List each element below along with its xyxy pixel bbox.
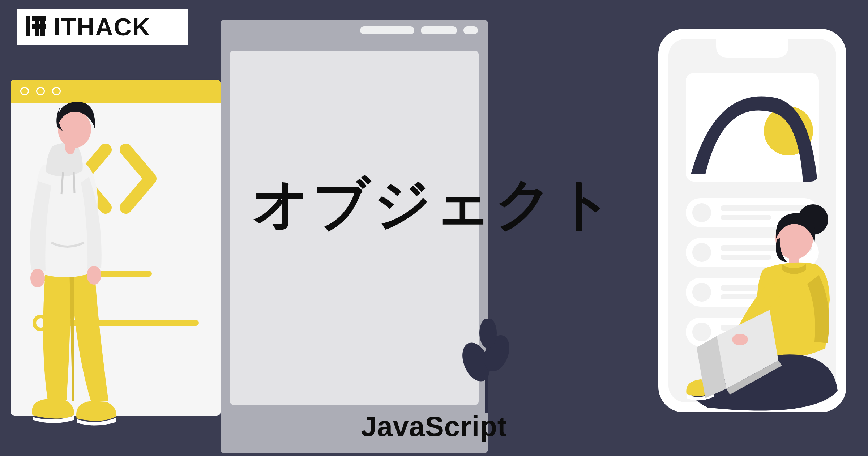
page-title: オブジェクト [0,166,868,242]
plant-icon [459,319,513,413]
ithack-logo-icon [25,15,47,39]
panel-header [221,20,488,41]
logo-badge: ITHACK [17,9,188,45]
placeholder-pill [463,26,478,34]
placeholder-pill [421,26,457,34]
phone-hero-image [686,73,819,182]
hero-banner: ITHACK [0,0,868,456]
svg-point-10 [87,266,101,285]
svg-point-8 [479,319,497,348]
svg-rect-4 [32,24,46,29]
placeholder-pill [360,26,414,34]
phone-notch [716,39,788,58]
standing-developer-illustration [20,73,129,427]
svg-point-9 [30,269,45,287]
page-subtitle: JavaScript [0,410,868,443]
svg-point-16 [732,334,748,345]
logo-text: ITHACK [54,13,151,41]
svg-rect-0 [26,16,30,36]
